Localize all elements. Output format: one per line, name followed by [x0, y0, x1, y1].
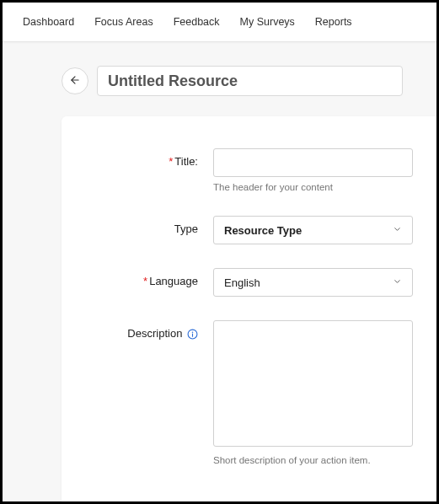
field-description-row: Description Short description of your ac…	[70, 320, 413, 465]
chevron-down-icon	[393, 276, 402, 289]
field-title-row: *Title: The header for your content	[70, 148, 413, 192]
arrow-left-icon	[69, 74, 81, 88]
description-helper: Short description of your action item.	[213, 455, 413, 465]
nav-dashboard[interactable]: Dashboard	[23, 16, 74, 28]
title-helper: The header for your content	[213, 182, 413, 192]
description-field[interactable]	[213, 320, 413, 447]
type-selected-value: Resource Type	[224, 224, 302, 237]
svg-point-2	[192, 332, 193, 333]
title-row	[3, 66, 436, 116]
info-icon[interactable]	[187, 329, 198, 340]
nav-focus-areas[interactable]: Focus Areas	[94, 16, 153, 28]
nav-feedback[interactable]: Feedback	[174, 16, 220, 28]
nav-my-surveys[interactable]: My Surveys	[240, 16, 295, 28]
required-asterisk: *	[169, 155, 173, 168]
back-button[interactable]	[62, 67, 88, 94]
type-label: Type	[70, 216, 213, 235]
title-label: *Title:	[70, 148, 213, 168]
form-panel: *Title: The header for your content Type…	[62, 116, 436, 504]
required-asterisk: *	[143, 275, 147, 287]
field-language-row: *Language English	[70, 268, 413, 297]
language-select[interactable]: English	[213, 268, 413, 297]
language-label: *Language	[70, 268, 213, 287]
nav-reports[interactable]: Reports	[315, 16, 352, 28]
title-field[interactable]	[213, 148, 413, 177]
top-nav: Dashboard Focus Areas Feedback My Survey…	[3, 3, 436, 42]
page-body: *Title: The header for your content Type…	[3, 42, 436, 504]
language-selected-value: English	[224, 276, 260, 289]
field-type-row: Type Resource Type	[70, 216, 413, 244]
resource-title-input[interactable]	[97, 66, 403, 96]
type-select[interactable]: Resource Type	[213, 216, 413, 244]
chevron-down-icon	[393, 224, 402, 237]
description-label: Description	[70, 320, 213, 340]
